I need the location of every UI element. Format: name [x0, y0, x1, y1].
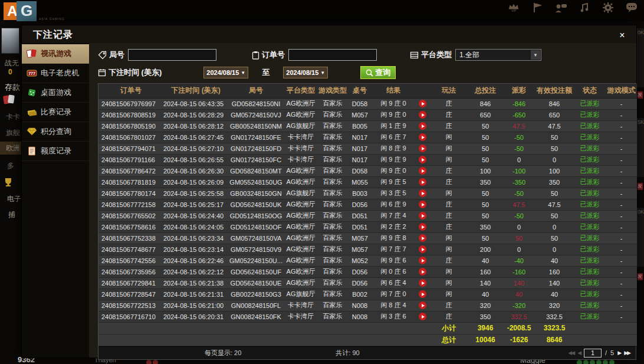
cell-game-type: 百家乐 — [318, 300, 347, 311]
order-number-input[interactable] — [288, 49, 377, 61]
music-icon[interactable] — [577, 2, 592, 19]
play-video-button[interactable] — [419, 313, 426, 320]
table-row: 240815067808519 2024-08-15 06:28:29 GM05… — [98, 109, 637, 120]
cell-payout: -50 — [503, 143, 535, 154]
play-video-button[interactable] — [419, 290, 426, 298]
cell-replay — [415, 98, 430, 109]
play-icon — [422, 181, 425, 184]
cell-game-type: 百家乐 — [318, 109, 347, 120]
page-number-input[interactable] — [584, 349, 602, 358]
cell-table-no: D056 — [347, 277, 372, 288]
sidebar-item-match-records[interactable]: 比赛记录 — [22, 103, 89, 122]
cell-round: GM055248150UG — [228, 176, 284, 188]
cell-platform: AG欧洲厅 — [284, 176, 318, 188]
play-video-button[interactable] — [419, 245, 426, 253]
play-video-button[interactable] — [419, 201, 426, 208]
first-page-button[interactable]: ◀◀ — [568, 350, 574, 356]
cell-payout: 47.5 — [503, 120, 535, 132]
cell-result: 闲 8 庄 9 — [372, 143, 415, 154]
cell-round: GN008248150FK — [228, 311, 284, 322]
cell-play: 闲 — [430, 232, 468, 244]
play-video-button[interactable] — [419, 279, 426, 287]
cell-result: 闲 8 庄 4 — [372, 300, 415, 311]
sidebar-item-points-inquiry[interactable]: 积分查询 — [22, 122, 89, 142]
cell-total-bet: 140 — [468, 277, 503, 288]
query-button[interactable]: 查询 — [360, 66, 396, 79]
play-video-button[interactable] — [419, 268, 426, 276]
play-video-button[interactable] — [419, 223, 426, 231]
col-header-round: 局号 — [228, 84, 284, 98]
date-to-picker[interactable]: 2024/08/15▼ — [283, 67, 328, 78]
chevron-down-icon: ▼ — [531, 50, 540, 60]
chevron-down-icon: ▼ — [241, 70, 245, 76]
date-from-picker[interactable]: 2024/08/15▼ — [203, 67, 248, 78]
grand-total-total-bet: 10046 — [468, 334, 503, 346]
prev-page-button[interactable]: ◀ — [577, 350, 580, 356]
cell-order: 240815067801027 — [98, 132, 163, 143]
cell-payout: -40 — [503, 255, 535, 266]
play-video-button[interactable] — [419, 167, 426, 175]
play-video-button[interactable] — [419, 145, 426, 152]
play-video-button[interactable] — [419, 133, 426, 141]
table-row: 240815067801027 2024-08-15 06:27:45 GN01… — [98, 132, 637, 143]
cell-total-bet: 50 — [468, 143, 503, 154]
table-row: 240815067805190 2024-08-15 06:28:12 GB00… — [98, 120, 637, 132]
last-page-button[interactable]: ▶▶ — [624, 350, 630, 356]
cell-status: 已派彩 — [574, 109, 606, 120]
sidebar-item-video-games[interactable]: 视讯游戏 — [22, 44, 89, 64]
cell-game-type: 百家乐 — [318, 277, 347, 288]
close-icon[interactable]: × — [616, 29, 628, 41]
cell-order: 240815067772158 — [98, 199, 163, 210]
flag-icon[interactable] — [530, 2, 545, 19]
cell-table-no: N008 — [347, 311, 372, 322]
cell-result: 闲 9 庄 9 — [372, 154, 415, 165]
cell-mode: - — [606, 109, 637, 120]
cell-mode: - — [606, 98, 637, 109]
col-header-time: 下注时间 (美东) — [163, 84, 228, 98]
play-video-button[interactable] — [419, 156, 426, 163]
col-header-play: 玩法 — [430, 84, 468, 98]
date-to-label: 至 — [262, 67, 270, 78]
sidebar-item-quota-records[interactable]: 额度记录 — [22, 142, 89, 161]
cell-play: 庄 — [430, 255, 468, 266]
vip-crown-icon[interactable]: VIP — [506, 2, 521, 19]
cell-result: 闲 2 庄 2 — [372, 221, 415, 232]
play-video-button[interactable] — [419, 100, 426, 107]
play-video-button[interactable] — [419, 189, 426, 197]
sidebar-item-table-games[interactable]: 桌面游戏 — [22, 83, 89, 103]
play-video-button[interactable] — [419, 234, 426, 242]
play-video-button[interactable] — [419, 212, 426, 219]
play-video-button[interactable] — [419, 178, 426, 186]
support-icon[interactable] — [553, 2, 569, 19]
cell-mode: - — [606, 143, 637, 154]
table-row: 240815067791166 2024-08-15 06:26:55 GN01… — [98, 154, 637, 165]
cell-mode: - — [606, 232, 637, 244]
cell-valid-bet: 0 — [535, 154, 574, 165]
cell-order: 240815067786472 — [98, 165, 163, 176]
ag-logo[interactable]: A G ASIA GAMING — [4, 1, 57, 21]
play-video-button[interactable] — [419, 301, 426, 309]
cell-play: 闲 — [430, 277, 468, 288]
sidebar-item-slots[interactable]: 777 电子老虎机 — [22, 64, 89, 83]
round-number-input[interactable] — [128, 49, 216, 61]
chat-icon[interactable] — [624, 2, 639, 19]
cell-time: 2024-08-15 06:22:12 — [163, 266, 228, 277]
cell-time: 2024-08-15 06:26:30 — [163, 165, 228, 176]
platform-type-select[interactable]: 1.全部 ▼ — [455, 49, 541, 61]
gear-icon[interactable] — [600, 2, 616, 19]
next-page-button[interactable]: ▶ — [617, 350, 620, 356]
cell-time: 2024-08-15 06:28:29 — [163, 109, 228, 120]
cell-total-bet: 846 — [468, 98, 503, 109]
play-video-button[interactable] — [419, 111, 426, 119]
cell-payout: 0 — [503, 244, 535, 255]
play-icon — [422, 203, 425, 206]
cell-table-no: B005 — [347, 120, 372, 132]
cell-replay — [415, 132, 430, 143]
modal-title: 下注记录 — [33, 29, 73, 41]
cell-total-bet: 50 — [468, 188, 503, 199]
cell-result: 闲 9 庄 8 — [372, 232, 415, 244]
play-video-button[interactable] — [419, 257, 426, 264]
play-video-button[interactable] — [419, 122, 426, 130]
cell-replay — [415, 143, 430, 154]
cell-mode: - — [606, 132, 637, 143]
